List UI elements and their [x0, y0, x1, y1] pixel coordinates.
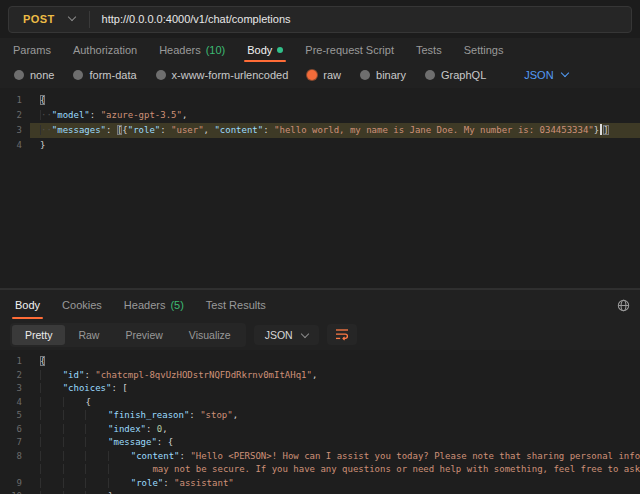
tab-response-headers[interactable]: Headers(5) [113, 290, 195, 319]
code-line[interactable]: 4 { [0, 396, 640, 410]
tab-tests[interactable]: Tests [405, 38, 453, 62]
code-line[interactable]: 8 "content": "Hello <PERSON>! How can I … [0, 450, 640, 464]
url-input[interactable]: http://0.0.0.0:4000/v1/chat/completions [90, 13, 291, 25]
request-url-row: POST http://0.0.0.0:4000/v1/chat/complet… [0, 0, 640, 38]
tab-cookies[interactable]: Cookies [51, 290, 113, 319]
line-number: 3 [0, 123, 30, 138]
code-line[interactable]: 3··"messages": [{"role": "user", "conten… [0, 123, 640, 138]
line-number: 2 [0, 369, 30, 383]
url-bar: POST http://0.0.0.0:4000/v1/chat/complet… [8, 6, 632, 33]
tab-response-body[interactable]: Body [4, 290, 51, 319]
response-section: Body Cookies Headers(5) Test Results Pre… [0, 289, 640, 494]
code-text: ··"model": "azure-gpt-3.5", [30, 108, 640, 123]
code-line[interactable]: 2 "id": "chatcmpl-8qvUzHODstrNQFDdRkrnv0… [0, 369, 640, 383]
code-line[interactable]: 9 "role": "assistant" [0, 477, 640, 491]
active-tab-underline [12, 317, 43, 319]
code-line[interactable]: 4} [0, 138, 640, 153]
code-text: { [30, 93, 640, 108]
code-text: "role": "assistant" [30, 477, 640, 491]
line-number: 8 [0, 450, 30, 464]
radio-icon [425, 70, 435, 80]
radio-graphql[interactable]: GraphQL [425, 69, 486, 81]
code-text: "index": 0, [30, 423, 640, 437]
radio-raw[interactable]: raw [307, 69, 341, 81]
radio-icon [156, 70, 166, 80]
code-text: "id": "chatcmpl-8qvUzHODstrNQFDdRkrnv0mI… [30, 369, 640, 383]
tab-authorization[interactable]: Authorization [62, 38, 148, 62]
radio-icon [360, 70, 370, 80]
view-mode-switcher: Pretty Raw Preview Visualize [10, 323, 246, 347]
code-line[interactable]: 1{ [0, 355, 640, 369]
code-text: { [30, 355, 640, 369]
line-number: 10 [0, 490, 30, 494]
method-label: POST [23, 13, 55, 25]
tab-pre-request-script[interactable]: Pre-request Script [294, 38, 405, 62]
line-number: 3 [0, 382, 30, 396]
line-number: 4 [0, 138, 30, 153]
tab-headers[interactable]: Headers(10) [148, 38, 236, 62]
code-line[interactable]: may not be secure. If you have any quest… [0, 463, 640, 477]
line-number [0, 463, 30, 477]
body-type-row: none form-data x-www-form-urlencoded raw… [0, 62, 640, 88]
line-number: 5 [0, 409, 30, 423]
text-cursor [600, 124, 602, 135]
code-line[interactable]: 2··"model": "azure-gpt-3.5", [0, 108, 640, 123]
code-text: may not be secure. If you have any quest… [30, 463, 640, 477]
chevron-down-icon [67, 13, 75, 21]
request-body-editor[interactable]: 1{2··"model": "azure-gpt-3.5",3··"messag… [0, 88, 640, 289]
line-number: 1 [0, 93, 30, 108]
code-text: ··"messages": [{"role": "user", "content… [30, 123, 640, 138]
response-toolbar: Pretty Raw Preview Visualize JSON [0, 319, 640, 350]
code-line[interactable]: 10 } [0, 490, 640, 494]
line-number: 4 [0, 396, 30, 410]
radio-none[interactable]: none [14, 69, 54, 81]
tab-test-results[interactable]: Test Results [195, 290, 277, 319]
method-selector[interactable]: POST [9, 7, 89, 32]
response-headers-count-badge: (5) [170, 299, 183, 311]
radio-x-www-form-urlencoded[interactable]: x-www-form-urlencoded [156, 69, 289, 81]
wrap-text-icon [335, 328, 349, 341]
chevron-down-icon [300, 329, 308, 337]
code-text: "finish_reason": "stop", [30, 409, 640, 423]
line-number: 1 [0, 355, 30, 369]
radio-icon [73, 70, 83, 80]
line-number: 2 [0, 108, 30, 123]
view-raw[interactable]: Raw [65, 325, 112, 345]
response-language-select[interactable]: JSON [254, 325, 319, 345]
code-text: "message": { [30, 436, 640, 450]
tab-body[interactable]: Body [236, 38, 294, 62]
code-text: { [30, 396, 640, 410]
code-line[interactable]: 3 "choices": [ [0, 382, 640, 396]
radio-selected-icon [307, 70, 317, 80]
code-text: } [30, 138, 640, 153]
code-text: "content": "Hello <PERSON>! How can I as… [30, 450, 640, 464]
code-line[interactable]: 7 "message": { [0, 436, 640, 450]
view-visualize[interactable]: Visualize [176, 325, 244, 345]
active-tab-underline [244, 60, 286, 62]
code-line[interactable]: 6 "index": 0, [0, 423, 640, 437]
request-tabs: Params Authorization Headers(10) Body Pr… [0, 38, 640, 62]
response-body-editor[interactable]: 1{2 "id": "chatcmpl-8qvUzHODstrNQFDdRkrn… [0, 350, 640, 494]
code-line[interactable]: 1{ [0, 93, 640, 108]
response-tabs: Body Cookies Headers(5) Test Results [0, 290, 640, 319]
body-modified-dot-icon [277, 47, 283, 53]
radio-icon [14, 70, 24, 80]
tab-params[interactable]: Params [2, 38, 62, 62]
radio-form-data[interactable]: form-data [73, 69, 136, 81]
view-preview[interactable]: Preview [112, 325, 175, 345]
code-text: "choices": [ [30, 382, 640, 396]
tab-settings[interactable]: Settings [453, 38, 515, 62]
radio-binary[interactable]: binary [360, 69, 406, 81]
code-line[interactable]: 5 "finish_reason": "stop", [0, 409, 640, 423]
line-number: 9 [0, 477, 30, 491]
line-number: 7 [0, 436, 30, 450]
chevron-down-icon [560, 69, 568, 77]
wrap-text-button[interactable] [327, 324, 357, 345]
line-number: 6 [0, 423, 30, 437]
code-text: } [30, 490, 640, 494]
globe-icon[interactable] [617, 298, 630, 316]
raw-language-select[interactable]: JSON [524, 69, 567, 81]
headers-count-badge: (10) [206, 44, 226, 56]
view-pretty[interactable]: Pretty [12, 325, 65, 345]
